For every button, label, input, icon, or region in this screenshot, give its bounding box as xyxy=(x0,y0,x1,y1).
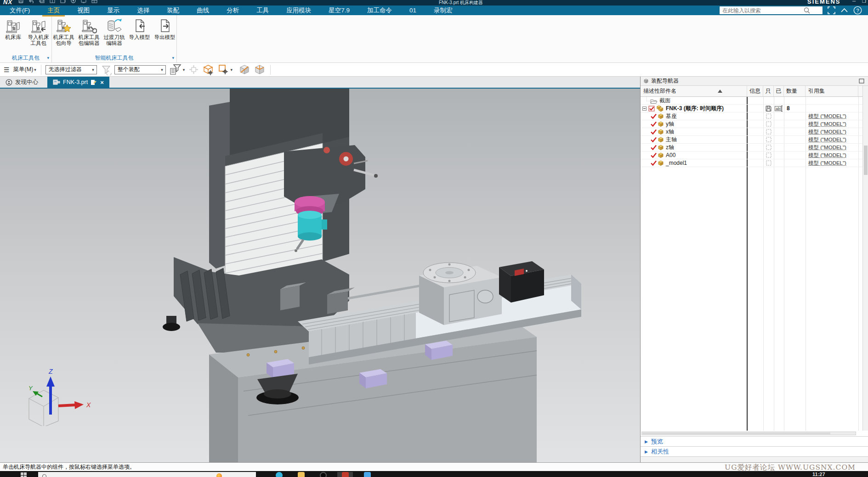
tree-row-x-axis[interactable]: x轴模型 ("MODEL") xyxy=(641,128,862,136)
selection-filter-combo[interactable]: 无选择过滤器▾ xyxy=(45,65,97,74)
taskbar-icon-blue-app[interactable] xyxy=(359,472,375,477)
window-tile-icon[interactable] xyxy=(50,0,55,3)
tree-row-section[interactable]: 截面 xyxy=(641,97,862,105)
tree-row-model1[interactable]: _model1模型 ("MODEL") xyxy=(641,159,862,167)
tree-row-spindle[interactable]: 主轴模型 ("MODEL") xyxy=(641,136,862,144)
taskbar-search-input[interactable] xyxy=(38,472,256,477)
tree-cell[interactable]: FNK-3 (顺序: 时间顺序) xyxy=(641,105,747,112)
tree-cell[interactable]: A00 xyxy=(641,152,747,159)
taskbar-icon-nx-app[interactable] xyxy=(337,472,353,477)
modified-cell[interactable] xyxy=(774,97,784,104)
help-icon[interactable]: ? xyxy=(853,6,862,15)
touch-mode-icon[interactable] xyxy=(71,0,76,3)
loaded-check-icon[interactable] xyxy=(651,160,657,166)
shaded-view-icon[interactable] xyxy=(239,64,250,75)
assembly-navigator-header[interactable]: 装配导航器 xyxy=(641,77,868,86)
refset-cell[interactable]: 模型 ("MODEL") xyxy=(806,128,862,135)
cnc-machine-model[interactable] xyxy=(0,89,640,462)
menu-dropdown[interactable]: 菜单(M)▾ xyxy=(13,66,36,73)
ribbon-button-toolpath-editor[interactable]: 过渡刀轨编辑器 xyxy=(102,17,126,46)
filter-list-icon[interactable]: ▾ xyxy=(170,64,185,75)
tree-cell[interactable]: 主轴 xyxy=(641,136,747,143)
modified-cell[interactable]: ab xyxy=(774,105,784,112)
tree-row-a00[interactable]: A00模型 ("MODEL") xyxy=(641,152,862,159)
tree-cell[interactable]: _model1 xyxy=(641,159,747,167)
scrollbar-thumb[interactable] xyxy=(642,432,830,434)
readonly-cell[interactable] xyxy=(763,152,774,159)
tree-cell[interactable]: x轴 xyxy=(641,128,747,135)
close-icon[interactable]: × xyxy=(100,79,104,86)
menu-tab-machining[interactable]: 加工命令 xyxy=(358,6,401,15)
ribbon-button-model-export[interactable]: 导出模型 xyxy=(153,17,177,46)
undo-icon[interactable] xyxy=(28,0,34,3)
ribbon-button-model-import[interactable]: 导入模型 xyxy=(127,17,152,46)
modified-cell[interactable] xyxy=(774,144,784,151)
window-layout-icon[interactable] xyxy=(91,0,97,3)
menu-tab-xingkong[interactable]: 星空7.9 xyxy=(320,6,358,15)
ribbon-group-label[interactable]: 机床工具包▾ xyxy=(0,54,51,62)
fullscreen-icon[interactable] xyxy=(827,6,836,15)
readonly-cell[interactable] xyxy=(763,128,774,135)
loaded-check-icon[interactable] xyxy=(651,152,657,158)
ribbon-button-machine-library[interactable]: 机床库 xyxy=(1,17,25,46)
component-name[interactable]: z轴 xyxy=(666,144,674,151)
loaded-check-icon[interactable] xyxy=(651,121,657,127)
ribbon-group-label[interactable]: 智能机床工具包▾ xyxy=(52,54,176,62)
loaded-check-icon[interactable] xyxy=(651,137,657,142)
menu-tab-zero-one[interactable]: 01 xyxy=(401,6,425,15)
ribbon-button-machine-wizard[interactable]: 机床工具包向导 xyxy=(51,17,76,46)
window-cascade-icon[interactable] xyxy=(39,0,45,3)
expander-minus-icon[interactable] xyxy=(642,107,647,111)
ribbon-button-machine-import[interactable]: 导入机床工具包 xyxy=(26,17,51,46)
tree-cell[interactable]: 基座 xyxy=(641,112,747,120)
navigator-horizontal-scrollbar[interactable] xyxy=(641,432,856,435)
tree-row-y-axis[interactable]: y轴模型 ("MODEL") xyxy=(641,120,862,128)
tree-cell[interactable]: 截面 xyxy=(641,97,747,104)
readonly-cell[interactable] xyxy=(763,112,774,120)
readonly-cell[interactable] xyxy=(763,105,774,112)
tree-row-fnk3[interactable]: FNK-3 (顺序: 时间顺序)ab8 xyxy=(641,105,862,112)
refset-cell[interactable]: 模型 ("MODEL") xyxy=(806,159,862,167)
modified-cell[interactable] xyxy=(774,159,784,167)
minimize-button[interactable]: ─ xyxy=(852,0,856,4)
tree-cell[interactable]: y轴 xyxy=(641,120,747,128)
modified-document-icon[interactable] xyxy=(91,79,96,85)
search-icon[interactable] xyxy=(803,7,811,14)
readonly-cell[interactable] xyxy=(763,144,774,151)
readonly-cell[interactable] xyxy=(763,120,774,128)
tab-part-fnk3[interactable]: FNK-3.prt × xyxy=(47,77,109,88)
loaded-check-icon[interactable] xyxy=(651,113,657,119)
selection-scope-combo[interactable]: 整个装配▾ xyxy=(114,65,166,74)
menu-tab-select[interactable]: 选择 xyxy=(128,6,158,15)
refset-cell[interactable]: 模型 ("MODEL") xyxy=(806,112,862,120)
section-dependencies[interactable]: ▶相关性 xyxy=(641,446,868,456)
taskbar-icon-edge[interactable] xyxy=(271,472,287,477)
cortana-icon[interactable] xyxy=(216,473,222,477)
navigator-column-header[interactable]: 描述性部件名 信息 只 已 数量 引用集 xyxy=(641,86,862,97)
modified-cell[interactable] xyxy=(774,128,784,135)
navigator-vertical-scrollbar[interactable] xyxy=(862,86,868,431)
minimize-ribbon-icon[interactable] xyxy=(840,8,848,13)
component-name[interactable]: y轴 xyxy=(666,120,674,128)
point-on-plane-icon[interactable]: ▾ xyxy=(218,64,233,75)
filter-reset-icon[interactable] xyxy=(101,64,113,75)
menu-tab-macro[interactable]: 录制宏 xyxy=(425,6,461,15)
component-name[interactable]: 基座 xyxy=(666,112,677,120)
menu-tab-analysis[interactable]: 分析 xyxy=(218,6,248,15)
modified-cell[interactable] xyxy=(774,112,784,120)
menu-tab-modules[interactable]: 应用模块 xyxy=(278,6,320,15)
component-name[interactable]: 主轴 xyxy=(666,136,677,143)
loaded-check-icon[interactable] xyxy=(651,145,657,150)
refset-cell[interactable]: 模型 ("MODEL") xyxy=(806,144,862,151)
menu-tab-curve[interactable]: 曲线 xyxy=(188,6,218,15)
save-icon[interactable] xyxy=(18,0,23,3)
snap-point-disabled-icon[interactable] xyxy=(188,64,199,75)
menu-tab-assembly[interactable]: 装配 xyxy=(158,6,188,15)
modified-cell[interactable] xyxy=(774,152,784,159)
menu-tab-tools[interactable]: 工具 xyxy=(248,6,278,15)
undock-panel-icon[interactable] xyxy=(859,79,864,84)
tree-row-z-axis[interactable]: z轴模型 ("MODEL") xyxy=(641,144,862,152)
refset-cell[interactable] xyxy=(806,97,862,104)
maximize-button[interactable]: ❒ xyxy=(862,0,866,4)
component-name[interactable]: A00 xyxy=(666,152,675,158)
